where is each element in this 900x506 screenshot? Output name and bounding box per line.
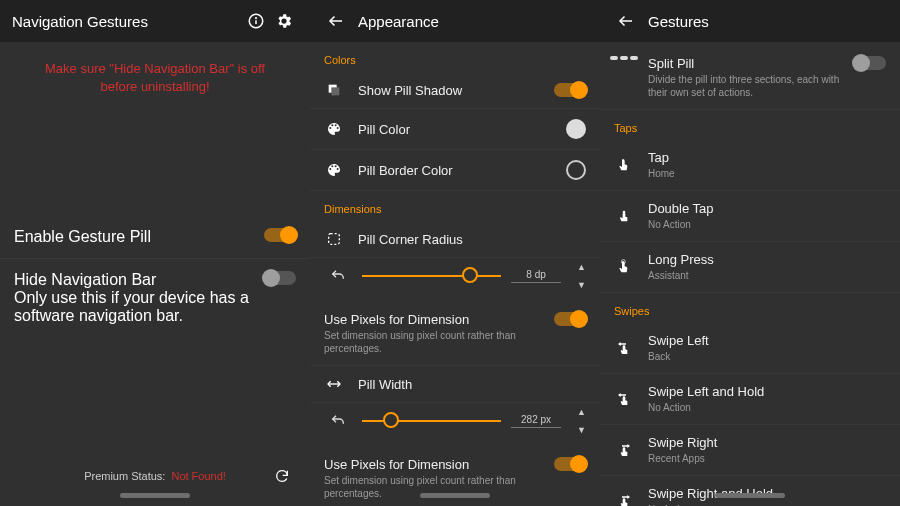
radius-slider-block: 8 dp ▲▼ bbox=[310, 258, 600, 302]
split-pill-label: Split Pill bbox=[648, 56, 840, 71]
use-px-label: Use Pixels for Dimension bbox=[324, 312, 540, 327]
section-swipes: Swipes bbox=[600, 293, 900, 323]
swipe-left-icon bbox=[614, 340, 634, 356]
chevron-down-icon[interactable]: ▼ bbox=[577, 425, 586, 435]
split-pill-sub: Divide the pill into three sections, eac… bbox=[648, 73, 840, 99]
width-icon bbox=[324, 376, 344, 392]
use-px-1-row[interactable]: Use Pixels for Dimension Set dimension u… bbox=[310, 302, 600, 366]
uninstall-warning: Make sure "Hide Navigation Bar" is off b… bbox=[0, 42, 310, 106]
svg-rect-6 bbox=[329, 234, 340, 245]
pill-color-label: Pill Color bbox=[358, 122, 552, 137]
gear-icon[interactable] bbox=[270, 7, 298, 35]
double-tap-sub: No Action bbox=[648, 218, 886, 231]
svg-point-2 bbox=[256, 18, 257, 19]
hide-nav-label: Hide Navigation Bar bbox=[14, 271, 254, 289]
swipe-left-hold-row[interactable]: Swipe Left and HoldNo Action bbox=[600, 374, 900, 425]
topbar: Navigation Gestures bbox=[0, 0, 310, 42]
corner-radius-row[interactable]: Pill Corner Radius bbox=[310, 221, 600, 258]
palette-icon bbox=[324, 121, 344, 137]
premium-label: Premium Status: bbox=[84, 470, 165, 482]
pill-width-row[interactable]: Pill Width bbox=[310, 366, 600, 403]
corner-icon bbox=[324, 231, 344, 247]
palette-icon bbox=[324, 162, 344, 178]
width-value[interactable]: 282 px bbox=[511, 414, 561, 428]
double-tap-icon bbox=[614, 208, 634, 224]
section-colors: Colors bbox=[310, 42, 600, 72]
gestures-panel: Gestures Split Pill Divide the pill into… bbox=[600, 0, 900, 506]
use-px-toggle[interactable] bbox=[554, 457, 586, 471]
appearance-panel: Appearance Colors Show Pill Shadow Pill … bbox=[310, 0, 600, 506]
nav-pill bbox=[310, 493, 600, 498]
chevron-down-icon[interactable]: ▼ bbox=[577, 280, 586, 290]
panel-title: Gestures bbox=[648, 13, 888, 30]
split-pill-toggle[interactable] bbox=[854, 56, 886, 70]
pill-color-swatch[interactable] bbox=[566, 119, 586, 139]
panel-title: Appearance bbox=[358, 13, 588, 30]
pill-color-row[interactable]: Pill Color bbox=[310, 109, 600, 150]
show-shadow-row[interactable]: Show Pill Shadow bbox=[310, 72, 600, 109]
info-icon[interactable] bbox=[242, 7, 270, 35]
long-press-row[interactable]: Long PressAssistant bbox=[600, 242, 900, 293]
chevron-up-icon[interactable]: ▲ bbox=[577, 262, 586, 272]
swipe-left-label: Swipe Left bbox=[648, 333, 886, 348]
width-slider-block: 282 px ▲▼ bbox=[310, 403, 600, 447]
hide-nav-row[interactable]: Hide Navigation Bar Only use this if you… bbox=[0, 258, 310, 337]
show-shadow-label: Show Pill Shadow bbox=[358, 83, 540, 98]
radius-slider[interactable] bbox=[362, 275, 501, 277]
swipe-left-sub: Back bbox=[648, 350, 886, 363]
swipe-right-icon bbox=[614, 442, 634, 458]
radius-value[interactable]: 8 dp bbox=[511, 269, 561, 283]
tap-icon bbox=[614, 157, 634, 173]
width-slider[interactable] bbox=[362, 420, 501, 422]
long-press-label: Long Press bbox=[648, 252, 886, 267]
swipe-right-sub: Recent Apps bbox=[648, 452, 886, 465]
refresh-icon[interactable] bbox=[268, 462, 296, 490]
topbar: Gestures bbox=[600, 0, 900, 42]
hide-nav-toggle[interactable] bbox=[264, 271, 296, 285]
enable-pill-toggle[interactable] bbox=[264, 228, 296, 242]
section-taps: Taps bbox=[600, 110, 900, 140]
split-pill-icon bbox=[614, 56, 634, 60]
use-px-toggle[interactable] bbox=[554, 312, 586, 326]
enable-pill-label: Enable Gesture Pill bbox=[14, 228, 254, 246]
back-icon[interactable] bbox=[612, 7, 640, 35]
shadow-icon bbox=[324, 82, 344, 98]
swipe-left-hold-sub: No Action bbox=[648, 401, 886, 414]
chevron-up-icon[interactable]: ▲ bbox=[577, 407, 586, 417]
long-press-icon bbox=[614, 259, 634, 275]
swipe-left-hold-label: Swipe Left and Hold bbox=[648, 384, 886, 399]
back-icon[interactable] bbox=[322, 7, 350, 35]
pill-width-label: Pill Width bbox=[358, 377, 586, 392]
border-color-swatch[interactable] bbox=[566, 160, 586, 180]
border-color-row[interactable]: Pill Border Color bbox=[310, 150, 600, 191]
swipe-left-hold-icon bbox=[614, 391, 634, 407]
tap-label: Tap bbox=[648, 150, 886, 165]
swipe-right-hold-row[interactable]: Swipe Right and HoldNo Action bbox=[600, 476, 900, 506]
border-color-label: Pill Border Color bbox=[358, 163, 552, 178]
main-panel: Navigation Gestures Make sure "Hide Navi… bbox=[0, 0, 310, 506]
split-pill-row[interactable]: Split Pill Divide the pill into three se… bbox=[600, 42, 900, 110]
double-tap-label: Double Tap bbox=[648, 201, 886, 216]
section-dimensions: Dimensions bbox=[310, 191, 600, 221]
swipe-right-row[interactable]: Swipe RightRecent Apps bbox=[600, 425, 900, 476]
undo-icon[interactable] bbox=[324, 407, 352, 435]
premium-status: Premium Status: Not Found! bbox=[0, 470, 310, 482]
nav-pill bbox=[600, 493, 900, 498]
svg-rect-5 bbox=[331, 87, 339, 95]
show-shadow-toggle[interactable] bbox=[554, 83, 586, 97]
use-px-sub: Set dimension using pixel count rather t… bbox=[324, 329, 540, 355]
long-press-sub: Assistant bbox=[648, 269, 886, 282]
corner-radius-label: Pill Corner Radius bbox=[358, 232, 586, 247]
tap-row[interactable]: TapHome bbox=[600, 140, 900, 191]
nav-pill bbox=[0, 493, 310, 498]
tap-sub: Home bbox=[648, 167, 886, 180]
app-title: Navigation Gestures bbox=[12, 13, 242, 30]
swipe-left-row[interactable]: Swipe LeftBack bbox=[600, 323, 900, 374]
premium-value: Not Found! bbox=[171, 470, 225, 482]
swipe-right-label: Swipe Right bbox=[648, 435, 886, 450]
undo-icon[interactable] bbox=[324, 262, 352, 290]
hide-nav-sub: Only use this if your device has a softw… bbox=[14, 289, 254, 325]
double-tap-row[interactable]: Double TapNo Action bbox=[600, 191, 900, 242]
enable-pill-row[interactable]: Enable Gesture Pill bbox=[0, 216, 310, 258]
use-px-label: Use Pixels for Dimension bbox=[324, 457, 540, 472]
